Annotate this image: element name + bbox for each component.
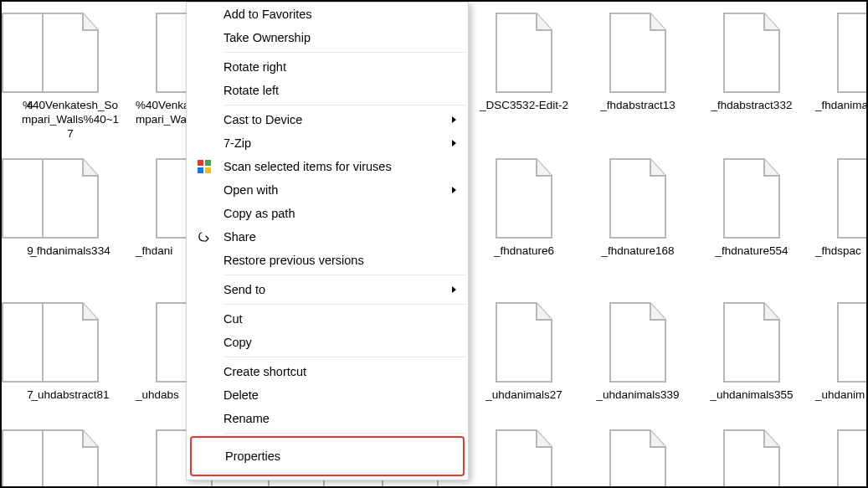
file-item[interactable]: _fhdanimals334	[20, 157, 121, 259]
menu-label: Create shortcut	[223, 365, 306, 378]
menu-delete[interactable]: Delete	[187, 383, 468, 407]
menu-label: Share	[223, 230, 256, 244]
menu-copy[interactable]: Copy	[187, 331, 468, 354]
file-icon	[491, 301, 557, 383]
file-item[interactable]: _uhdanimals339	[588, 301, 688, 403]
menu-separator	[223, 275, 466, 275]
explorer-window: 4 %40Venkatesh_Sompari_Walls%40~17 %40Ve…	[0, 0, 868, 488]
file-item[interactable]: _uhdanim	[815, 301, 868, 403]
menu-separator	[223, 105, 466, 105]
file-item[interactable]: _fhdanima	[815, 12, 868, 113]
file-label: _fhdabstract332	[701, 99, 802, 113]
context-menu: Add to Favorites Take Ownership Rotate r…	[186, 2, 469, 480]
file-icon	[38, 301, 103, 383]
file-icon	[719, 301, 784, 383]
file-label: _fhdabstract13	[588, 99, 688, 113]
menu-separator	[223, 52, 466, 53]
file-label: _uhdanim	[815, 388, 868, 403]
menu-cast-to-device[interactable]: Cast to Device	[187, 108, 468, 131]
file-item[interactable]: _fhdspac	[815, 157, 868, 259]
file-item[interactable]	[20, 429, 121, 488]
menu-7zip[interactable]: 7-Zip	[187, 131, 468, 155]
file-item[interactable]: _fhdnature554	[701, 157, 802, 259]
file-item[interactable]: _fhdabstract332	[701, 12, 802, 113]
svg-rect-3	[205, 167, 211, 173]
menu-label: Open with	[223, 183, 278, 197]
file-icon	[719, 157, 784, 239]
file-label: _DSC3532-Edit-2	[474, 99, 574, 113]
file-icon	[833, 12, 868, 94]
menu-rotate-right[interactable]: Rotate right	[187, 55, 468, 79]
file-label: %40Venkatesh_Sompari_Walls%40~17	[20, 99, 121, 141]
file-label: _fhdnature554	[701, 244, 802, 259]
menu-label: Copy as path	[223, 207, 295, 220]
menu-share[interactable]: Share	[187, 225, 468, 249]
file-icon	[719, 12, 784, 94]
file-item[interactable]	[815, 429, 868, 488]
file-item[interactable]: %40Venkatesh_Sompari_Walls%40~17	[20, 12, 121, 141]
menu-take-ownership[interactable]: Take Ownership	[187, 26, 468, 49]
svg-rect-0	[198, 160, 203, 166]
file-icon	[491, 429, 557, 488]
menu-create-shortcut[interactable]: Create shortcut	[187, 360, 468, 383]
file-item[interactable]: _uhdabstract81	[20, 301, 121, 403]
file-icon	[491, 157, 557, 239]
file-item[interactable]: _fhdnature168	[588, 157, 688, 259]
menu-send-to[interactable]: Send to	[187, 278, 468, 301]
file-item[interactable]: _fhdnature6	[474, 157, 574, 259]
file-item[interactable]: _DSC3532-Edit-2	[474, 12, 574, 113]
file-label: _uhdanimals355	[701, 388, 802, 403]
menu-label: Copy	[223, 336, 252, 349]
file-icon	[491, 12, 557, 94]
menu-separator	[223, 304, 466, 305]
file-item[interactable]	[588, 429, 688, 488]
menu-separator	[223, 357, 466, 357]
file-label: _uhdanimals339	[588, 388, 688, 403]
file-item[interactable]: _uhdanimals355	[701, 301, 802, 403]
file-icon	[605, 429, 670, 488]
menu-properties[interactable]: Properties	[190, 436, 465, 476]
file-icon	[605, 157, 670, 239]
menu-label: Take Ownership	[223, 31, 311, 44]
svg-rect-1	[205, 160, 211, 166]
file-item[interactable]: _uhdanimals27	[474, 301, 574, 403]
menu-restore-previous[interactable]: Restore previous versions	[187, 249, 468, 272]
file-item[interactable]: _fhdabstract13	[588, 12, 688, 113]
file-icon	[719, 429, 784, 488]
menu-label: Cut	[223, 312, 243, 326]
menu-label: Delete	[223, 388, 259, 402]
menu-cut[interactable]: Cut	[187, 307, 468, 331]
file-icon	[38, 12, 103, 94]
menu-label: Restore previous versions	[223, 254, 364, 267]
file-label: _fhdanimals334	[20, 244, 121, 259]
file-icon	[833, 301, 868, 383]
menu-label: Properties	[225, 449, 280, 463]
antivirus-icon	[197, 159, 212, 174]
menu-label: Cast to Device	[223, 113, 302, 126]
file-icon	[605, 12, 670, 94]
menu-label: Rotate right	[223, 60, 286, 74]
menu-separator	[223, 433, 466, 434]
svg-rect-2	[198, 167, 203, 173]
file-label: _uhdabstract81	[20, 388, 121, 403]
file-icon	[38, 429, 103, 488]
file-icon	[833, 429, 868, 488]
file-item[interactable]	[701, 429, 802, 488]
menu-copy-as-path[interactable]: Copy as path	[187, 202, 468, 225]
menu-add-favorites[interactable]: Add to Favorites	[187, 3, 468, 26]
file-label: _uhdanimals27	[474, 388, 574, 403]
file-label: _fhdanima	[815, 99, 868, 113]
menu-label: Scan selected items for viruses	[223, 160, 392, 173]
menu-open-with[interactable]: Open with	[187, 178, 468, 202]
menu-scan-viruses[interactable]: Scan selected items for viruses	[187, 155, 468, 178]
menu-rotate-left[interactable]: Rotate left	[187, 79, 468, 102]
menu-label: Send to	[223, 283, 265, 296]
file-icon	[605, 301, 670, 383]
menu-rename[interactable]: Rename	[187, 407, 468, 430]
file-item[interactable]	[474, 429, 574, 488]
menu-label: 7-Zip	[223, 136, 251, 150]
share-icon	[197, 229, 212, 244]
menu-label: Rename	[223, 412, 270, 425]
menu-label: Rotate left	[223, 84, 279, 97]
menu-label: Add to Favorites	[223, 8, 312, 21]
